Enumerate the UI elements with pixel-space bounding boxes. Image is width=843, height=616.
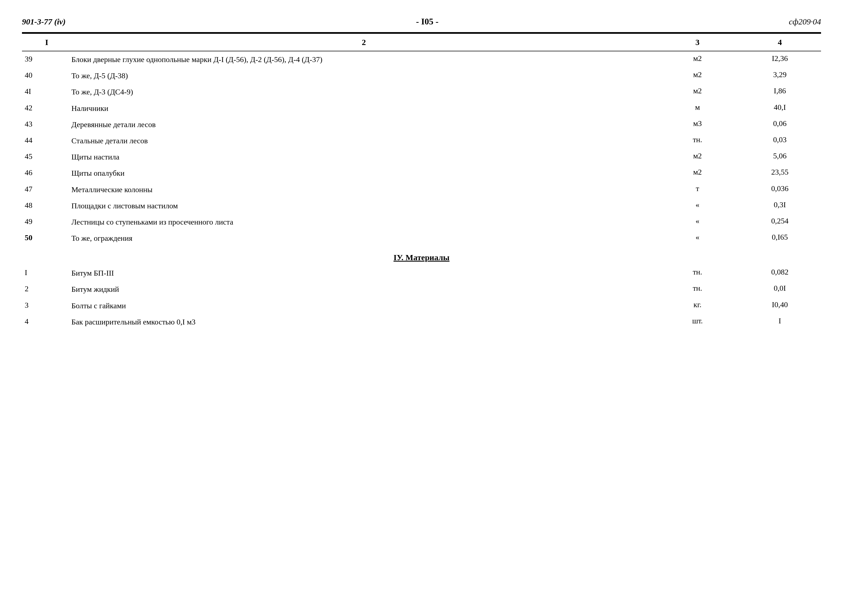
row-num: 50 — [22, 233, 71, 242]
row-desc: Наличники — [71, 103, 656, 114]
row-val: 0,036 — [739, 184, 821, 193]
col-header-1: I — [22, 38, 71, 47]
row-unit: м2 — [656, 70, 739, 79]
row-unit: тн. — [656, 135, 739, 144]
row-desc: То же, ограждения — [71, 233, 656, 243]
row-unit: кг. — [656, 300, 739, 309]
row-num: 2 — [22, 284, 71, 293]
row-val: I0,40 — [739, 300, 821, 309]
row-unit: м2 — [656, 168, 739, 176]
row-unit: тн. — [656, 284, 739, 293]
table-row: 45 Щиты настила м2 5,06 — [22, 149, 821, 165]
table-row: 48 Площадки с листовым настилом « 0,3I — [22, 198, 821, 214]
row-desc: То же, Д-5 (Д-38) — [71, 70, 656, 81]
row-desc: То же, Д-3 (ДС4-9) — [71, 87, 656, 97]
row-desc: Битум жидкий — [71, 284, 656, 295]
row-num: 3 — [22, 300, 71, 309]
row-num: 39 — [22, 54, 71, 63]
row-unit: « — [656, 233, 739, 242]
row-num: 46 — [22, 168, 71, 177]
row-val: 3,29 — [739, 70, 821, 79]
row-num: 45 — [22, 151, 71, 161]
row-val: 0,I65 — [739, 233, 821, 242]
section-header: IУ. Материалы — [22, 246, 821, 265]
table-row: 46 Щиты опалубки м2 23,55 — [22, 165, 821, 181]
table-row: 47 Металлические колонны т 0,036 — [22, 182, 821, 198]
col-header-2: 2 — [71, 38, 656, 47]
row-num: 44 — [22, 135, 71, 145]
page-number: - I05 - — [416, 16, 439, 26]
row-val: 0,254 — [739, 217, 821, 225]
table-row: 43 Деревянные детали лесов м3 0,06 — [22, 116, 821, 133]
row-unit: м2 — [656, 87, 739, 95]
row-val: 0,03 — [739, 135, 821, 144]
row-num: I — [22, 268, 71, 277]
row-unit: тн. — [656, 268, 739, 276]
row-num: 42 — [22, 103, 71, 112]
row-desc: Лестницы со ступеньками из просеченного … — [71, 217, 656, 227]
row-desc: Стальные детали лесов — [71, 135, 656, 146]
col-header-4: 4 — [739, 38, 821, 47]
row-desc: Блоки дверные глухие однопольные марки Д… — [71, 54, 656, 65]
row-desc: Болты с гайками — [71, 300, 656, 311]
table-row: 44 Стальные детали лесов тн. 0,03 — [22, 133, 821, 149]
row-val: 0,06 — [739, 119, 821, 128]
row-val: 40,I — [739, 103, 821, 112]
row-val: 0,082 — [739, 268, 821, 276]
doc-number-left: 901-3-77 (iv) — [22, 17, 66, 26]
row-unit: м2 — [656, 54, 739, 63]
table-row: 4I То же, Д-3 (ДС4-9) м2 I,86 — [22, 84, 821, 100]
row-val: I,86 — [739, 87, 821, 95]
row-unit: « — [656, 217, 739, 225]
table-row: 2 Битум жидкий тн. 0,0I — [22, 281, 821, 297]
table-row: I Битум БП-III тн. 0,082 — [22, 265, 821, 281]
table-row: 50 То же, ограждения « 0,I65 — [22, 230, 821, 246]
row-unit: т — [656, 184, 739, 193]
row-val: 5,06 — [739, 151, 821, 160]
column-headers: I 2 3 4 — [22, 33, 821, 51]
table-row: 49 Лестницы со ступеньками из просеченно… — [22, 214, 821, 230]
row-num: 48 — [22, 200, 71, 210]
section-title: IУ. Материалы — [394, 253, 449, 262]
row-desc: Бак расширительный емкостью 0,I м3 — [71, 317, 656, 327]
row-val: 0,3I — [739, 200, 821, 209]
row-num: 4I — [22, 87, 71, 96]
table-row: 4 Бак расширительный емкостью 0,I м3 шт.… — [22, 314, 821, 330]
row-unit: м2 — [656, 151, 739, 160]
row-desc: Площадки с листовым настилом — [71, 200, 656, 211]
row-unit: шт. — [656, 317, 739, 325]
row-num: 43 — [22, 119, 71, 129]
row-desc: Щиты настила — [71, 151, 656, 162]
row-num: 49 — [22, 217, 71, 226]
table-body: 39 Блоки дверные глухие однопольные марк… — [22, 51, 821, 330]
row-desc: Деревянные детали лесов — [71, 119, 656, 130]
row-val: I2,36 — [739, 54, 821, 63]
row-unit: « — [656, 200, 739, 209]
row-unit: м3 — [656, 119, 739, 128]
table-row: 3 Болты с гайками кг. I0,40 — [22, 298, 821, 314]
row-num: 40 — [22, 70, 71, 79]
row-unit: м — [656, 103, 739, 112]
col-header-3: 3 — [656, 38, 739, 47]
row-desc: Металлические колонны — [71, 184, 656, 195]
doc-number-right: cф209·04 — [789, 17, 821, 26]
row-val: 0,0I — [739, 284, 821, 293]
row-num: 4 — [22, 317, 71, 326]
row-num: 47 — [22, 184, 71, 194]
row-val: 23,55 — [739, 168, 821, 176]
table-row: 42 Наличники м 40,I — [22, 100, 821, 116]
table-row: 39 Блоки дверные глухие однопольные марк… — [22, 51, 821, 67]
row-val: I — [739, 317, 821, 325]
row-desc: Щиты опалубки — [71, 168, 656, 179]
row-desc: Битум БП-III — [71, 268, 656, 278]
page-header: 901-3-77 (iv) - I05 - cф209·04 — [22, 16, 821, 26]
table-row: 40 То же, Д-5 (Д-38) м2 3,29 — [22, 67, 821, 84]
